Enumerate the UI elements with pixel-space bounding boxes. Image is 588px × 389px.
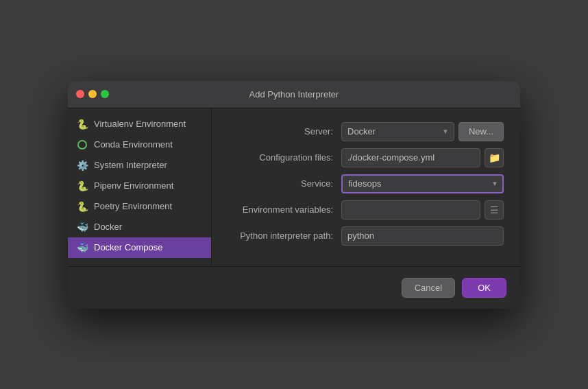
- system-icon: ⚙️: [76, 159, 88, 172]
- python-path-row: Python interpreter path:: [228, 226, 504, 246]
- sidebar-item-label: System Interpreter: [94, 160, 167, 170]
- env-vars-label: Environment variables:: [228, 204, 341, 215]
- service-control: fidesops ▼: [341, 174, 504, 193]
- python-path-control: [341, 226, 504, 246]
- python-path-label: Python interpreter path:: [228, 231, 341, 241]
- minimize-button[interactable]: [88, 90, 97, 98]
- config-files-label: Configuration files:: [228, 152, 341, 163]
- sidebar-item-label: Conda Environment: [94, 139, 173, 150]
- sidebar-item-label: Pipenv Environment: [94, 180, 173, 191]
- dialog-title: Add Python Interpreter: [249, 89, 339, 99]
- list-icon: ☰: [490, 204, 499, 215]
- server-row: Server: Docker ▼ New...: [228, 122, 504, 141]
- add-python-interpreter-dialog: Add Python Interpreter 🐍 Virtualenv Envi…: [68, 81, 520, 309]
- sidebar-item-poetry[interactable]: 🐍 Poetry Environment: [68, 196, 211, 217]
- maximize-button[interactable]: [101, 90, 109, 98]
- env-vars-row: Environment variables: ☰: [228, 200, 504, 220]
- title-bar: Add Python Interpreter: [68, 81, 520, 108]
- ok-button[interactable]: OK: [462, 278, 506, 298]
- poetry-icon: 🐍: [76, 200, 88, 213]
- service-select[interactable]: fidesops: [341, 174, 504, 193]
- browse-files-button[interactable]: 📁: [485, 148, 504, 167]
- sidebar-item-conda[interactable]: Conda Environment: [68, 134, 211, 155]
- main-content: Server: Docker ▼ New... Configuration fi…: [212, 108, 520, 266]
- conda-icon: [76, 139, 88, 151]
- service-label: Service:: [228, 178, 341, 189]
- server-label: Server:: [228, 126, 341, 137]
- server-control: Docker ▼ New...: [341, 122, 504, 141]
- docker-compose-icon: 🐳: [76, 241, 88, 254]
- server-select[interactable]: Docker: [341, 122, 454, 141]
- service-row: Service: fidesops ▼: [228, 174, 504, 193]
- sidebar-item-docker[interactable]: 🐳 Docker: [68, 217, 211, 237]
- env-vars-control: ☰: [341, 200, 504, 220]
- cancel-button[interactable]: Cancel: [402, 278, 455, 298]
- close-button[interactable]: [76, 90, 84, 98]
- sidebar-item-label: Docker: [94, 222, 122, 232]
- env-vars-browse-button[interactable]: ☰: [485, 200, 504, 220]
- dialog-body: 🐍 Virtualenv Environment Conda Environme…: [68, 108, 520, 266]
- config-files-control: 📁: [341, 148, 504, 167]
- dialog-footer: Cancel OK: [68, 266, 520, 309]
- service-select-wrapper: fidesops ▼: [341, 174, 504, 193]
- sidebar-item-label: Virtualenv Environment: [94, 119, 186, 129]
- new-button[interactable]: New...: [458, 122, 504, 141]
- sidebar-item-label: Docker Compose: [94, 242, 162, 252]
- docker-icon: 🐳: [76, 221, 88, 233]
- traffic-lights: [76, 90, 109, 98]
- sidebar-item-docker-compose[interactable]: 🐳 Docker Compose: [68, 237, 211, 258]
- python-path-input[interactable]: [341, 226, 504, 246]
- virtualenv-icon: 🐍: [76, 118, 88, 130]
- config-files-row: Configuration files: 📁: [228, 148, 504, 167]
- pipenv-icon: 🐍: [76, 180, 88, 192]
- sidebar-item-label: Poetry Environment: [94, 201, 172, 211]
- sidebar: 🐍 Virtualenv Environment Conda Environme…: [68, 108, 212, 266]
- sidebar-item-virtualenv[interactable]: 🐍 Virtualenv Environment: [68, 114, 211, 134]
- env-vars-input[interactable]: [341, 200, 480, 220]
- sidebar-item-pipenv[interactable]: 🐍 Pipenv Environment: [68, 176, 211, 196]
- config-files-input[interactable]: [341, 148, 480, 167]
- server-select-wrapper: Docker ▼: [341, 122, 454, 141]
- folder-icon: 📁: [489, 152, 500, 163]
- sidebar-item-system[interactable]: ⚙️ System Interpreter: [68, 155, 211, 176]
